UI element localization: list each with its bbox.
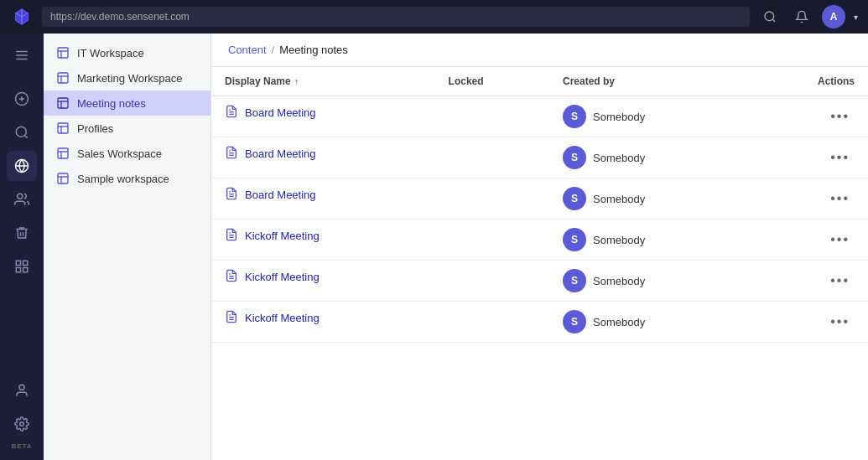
- cell-actions-1: •••: [751, 137, 868, 178]
- sidebar-search-icon[interactable]: [7, 117, 37, 147]
- cell-locked-1: [435, 137, 549, 178]
- user-avatar[interactable]: A: [822, 5, 845, 28]
- col-display-name[interactable]: Display Name ↑: [211, 67, 435, 96]
- row-name-1[interactable]: Board Meeting: [245, 147, 316, 160]
- cell-locked-0: [435, 96, 549, 137]
- row-author-3: Somebody: [593, 234, 645, 246]
- cell-created-1: S Somebody: [549, 137, 751, 178]
- cell-actions-2: •••: [751, 178, 868, 220]
- col-created-by[interactable]: Created by: [549, 67, 751, 96]
- nav-label-sample-workspace: Sample workspace: [77, 173, 169, 185]
- row-actions-button-4[interactable]: •••: [825, 271, 855, 290]
- row-doc-icon-4: [225, 269, 238, 285]
- svg-rect-29: [58, 148, 68, 158]
- row-doc-icon-0: [225, 105, 238, 121]
- svg-rect-11: [16, 261, 20, 265]
- content-table: Display Name ↑ Locked Created by Actions: [211, 67, 868, 343]
- row-name-2[interactable]: Board Meeting: [245, 189, 316, 201]
- table-row: Board Meeting S Somebody •••: [211, 137, 868, 178]
- nav-doc-icon-1: [55, 45, 70, 60]
- sidebar-trash-icon[interactable]: [7, 218, 37, 248]
- row-name-4[interactable]: Kickoff Meeting: [245, 271, 320, 283]
- row-name-3[interactable]: Kickoff Meeting: [245, 230, 320, 242]
- row-author-4: Somebody: [593, 275, 645, 287]
- svg-point-16: [20, 422, 24, 426]
- breadcrumb-separator: /: [272, 44, 275, 56]
- row-author-0: Somebody: [593, 111, 645, 123]
- breadcrumb-parent[interactable]: Content: [228, 44, 267, 56]
- search-icon[interactable]: [758, 5, 782, 28]
- cell-name-4: Kickoff Meeting: [211, 261, 435, 293]
- table-row: Kickoff Meeting S Somebody •••: [211, 261, 868, 302]
- table-container: Display Name ↑ Locked Created by Actions: [211, 67, 868, 460]
- col-locked[interactable]: Locked: [435, 67, 549, 96]
- cell-locked-2: [435, 178, 549, 220]
- row-doc-icon-3: [225, 228, 238, 244]
- sidebar-globe-icon[interactable]: [7, 151, 37, 181]
- sidebar-item-it-workspace[interactable]: IT Workspace: [44, 40, 211, 65]
- row-avatar-2: S: [563, 187, 586, 210]
- sidebar-grid-icon[interactable]: [7, 251, 37, 282]
- sidebar-item-marketing-workspace[interactable]: Marketing Workspace: [44, 65, 211, 90]
- sidebar-gear-icon[interactable]: [7, 409, 37, 439]
- row-actions-button-5[interactable]: •••: [825, 313, 855, 331]
- url-bar[interactable]: https://dev.demo.sensenet.com: [42, 7, 750, 27]
- sidebar-item-profiles[interactable]: Profiles: [44, 116, 211, 141]
- app-logo: [10, 5, 34, 28]
- row-avatar-5: S: [563, 310, 586, 333]
- row-actions-button-0[interactable]: •••: [825, 107, 855, 126]
- row-author-2: Somebody: [593, 193, 645, 205]
- svg-rect-14: [23, 268, 28, 272]
- sidebar-menu-toggle[interactable]: [7, 40, 37, 70]
- icon-sidebar: BETA: [0, 34, 44, 460]
- nav-label-profiles: Profiles: [77, 122, 113, 135]
- cell-name-0: Board Meeting: [211, 96, 435, 129]
- nav-doc-icon-2: [55, 70, 70, 85]
- col-actions: Actions: [751, 67, 868, 96]
- cell-created-3: S Somebody: [549, 220, 751, 261]
- row-actions-button-2[interactable]: •••: [825, 189, 855, 208]
- cell-created-4: S Somebody: [549, 261, 751, 302]
- svg-point-0: [765, 12, 774, 21]
- sidebar-bottom: BETA: [0, 375, 44, 460]
- row-avatar-1: S: [563, 146, 586, 169]
- row-actions-button-1[interactable]: •••: [825, 148, 855, 167]
- nav-label-marketing-workspace: Marketing Workspace: [77, 72, 182, 85]
- cell-created-2: S Somebody: [549, 178, 751, 220]
- main-container: BETA IT Workspace Marketing Workspace: [0, 34, 868, 460]
- svg-rect-13: [16, 268, 20, 272]
- cell-actions-3: •••: [751, 220, 868, 261]
- nav-sidebar: IT Workspace Marketing Workspace Meeting…: [44, 34, 211, 460]
- nav-doc-icon-5: [55, 146, 70, 161]
- row-doc-icon-1: [225, 146, 238, 162]
- bell-icon[interactable]: [790, 5, 813, 28]
- row-author-5: Somebody: [593, 316, 645, 328]
- svg-rect-26: [58, 123, 68, 133]
- row-avatar-0: S: [563, 105, 586, 128]
- table-row: Kickoff Meeting S Somebody •••: [211, 220, 868, 261]
- topbar-actions: A ▾: [758, 5, 858, 28]
- sidebar-users-icon[interactable]: [7, 184, 37, 214]
- nav-label-sales-workspace: Sales Workspace: [77, 147, 162, 160]
- row-avatar-3: S: [563, 228, 586, 251]
- row-actions-button-3[interactable]: •••: [825, 230, 855, 249]
- row-name-0[interactable]: Board Meeting: [245, 106, 316, 119]
- svg-point-7: [16, 127, 26, 137]
- svg-point-10: [18, 194, 23, 199]
- svg-rect-32: [58, 173, 68, 183]
- sidebar-person-icon[interactable]: [7, 375, 37, 406]
- cell-name-5: Kickoff Meeting: [211, 302, 435, 334]
- row-name-5[interactable]: Kickoff Meeting: [245, 312, 320, 324]
- cell-locked-5: [435, 302, 549, 343]
- sidebar-item-sample-workspace[interactable]: Sample workspace: [44, 166, 211, 191]
- sidebar-item-meeting-notes[interactable]: Meeting notes: [44, 90, 211, 116]
- cell-name-1: Board Meeting: [211, 137, 435, 170]
- sidebar-add-icon[interactable]: [7, 84, 37, 114]
- row-avatar-4: S: [563, 269, 586, 292]
- svg-rect-17: [58, 48, 68, 58]
- user-menu-chevron[interactable]: ▾: [854, 13, 858, 22]
- sidebar-item-sales-workspace[interactable]: Sales Workspace: [44, 141, 211, 166]
- topbar: https://dev.demo.sensenet.com A ▾: [0, 0, 868, 34]
- table-row: Board Meeting S Somebody •••: [211, 96, 868, 137]
- cell-actions-0: •••: [751, 96, 868, 137]
